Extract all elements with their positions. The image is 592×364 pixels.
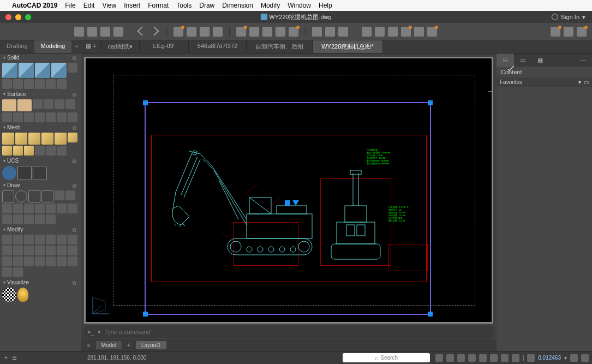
page-setup-icon[interactable]: [213, 27, 223, 37]
menu-edit[interactable]: Edit: [83, 2, 95, 9]
mod-14[interactable]: [68, 246, 77, 255]
mode-modeling[interactable]: Modeling: [34, 40, 72, 53]
mesh-sm-3[interactable]: [13, 146, 23, 156]
grip-tr[interactable]: [428, 100, 433, 105]
new-icon[interactable]: [74, 27, 84, 37]
ortho-toggle[interactable]: [457, 354, 465, 362]
solid-tool-e[interactable]: [35, 79, 45, 89]
surf-sm-10[interactable]: [57, 112, 67, 122]
doc-tab-2[interactable]: 自卸汽车侧、后图: [247, 40, 313, 53]
minimize-window-button[interactable]: [15, 14, 21, 20]
gear-icon[interactable]: [72, 158, 77, 164]
tool-palette-icon[interactable]: [388, 27, 398, 37]
solid-tool-g[interactable]: [57, 79, 67, 89]
surf-sm-9[interactable]: [46, 112, 56, 122]
open-icon[interactable]: [87, 27, 97, 37]
selection-rectangle[interactable]: [145, 102, 431, 315]
status-plus-icon[interactable]: +: [4, 355, 8, 361]
design-center-icon[interactable]: [375, 27, 385, 37]
mesh-cyl-tool[interactable]: [28, 133, 40, 145]
paste-icon[interactable]: [262, 27, 272, 37]
model-viewport[interactable]: 技术参数表 整机工作重量 22000kg 铲斗容量 1.0m³ 发动机功率 11…: [84, 57, 493, 324]
mod-7[interactable]: [68, 235, 77, 244]
draw-sm-13[interactable]: [35, 214, 45, 224]
mesh-cone-tool[interactable]: [41, 133, 53, 145]
chevron-icon[interactable]: ▾: [98, 329, 101, 336]
draw-sm-12[interactable]: [24, 214, 34, 224]
box-tool[interactable]: [2, 63, 17, 78]
mesh-torus-tool[interactable]: [55, 133, 67, 145]
mod-2[interactable]: [13, 235, 23, 244]
menu-file[interactable]: File: [65, 2, 75, 9]
mesh-sm-4[interactable]: [24, 146, 34, 156]
properties-icon[interactable]: [362, 27, 372, 37]
scale-dropdown-icon[interactable]: ▾: [564, 355, 567, 361]
reference-icon[interactable]: [414, 27, 424, 37]
draw-sm-14[interactable]: [46, 214, 56, 224]
grip-br[interactable]: [428, 312, 433, 317]
mod-11[interactable]: [35, 246, 45, 255]
gear-icon[interactable]: [72, 183, 77, 188]
menu-window[interactable]: Window: [288, 2, 311, 9]
layer-dropdown-icon[interactable]: ▦ +: [81, 40, 101, 53]
mod-10[interactable]: [24, 246, 34, 255]
mod-12[interactable]: [46, 246, 56, 255]
mod-3[interactable]: [24, 235, 34, 244]
surf-sm-11[interactable]: [68, 112, 77, 122]
mode-drafting[interactable]: Drafting: [0, 40, 34, 53]
mesh-sphere-tool[interactable]: [15, 133, 27, 145]
layout-options-icon[interactable]: ≡: [84, 341, 94, 349]
draw-sm-11[interactable]: [13, 214, 23, 224]
right-tool3-icon[interactable]: [577, 27, 587, 37]
redo-icon[interactable]: [150, 27, 160, 37]
mod-4[interactable]: [35, 235, 45, 244]
rect-tool[interactable]: [28, 190, 40, 202]
ucs-world-tool[interactable]: [2, 166, 16, 180]
status-menu-icon[interactable]: ☰: [12, 355, 17, 361]
section-draw[interactable]: Draw: [0, 181, 81, 189]
sweep-tool[interactable]: [35, 63, 50, 78]
content-tab-icon[interactable]: ☷: [497, 53, 514, 67]
mesh-sm-5[interactable]: [35, 146, 45, 156]
add-layout-icon[interactable]: +: [124, 341, 134, 349]
arc-tool[interactable]: [41, 190, 53, 202]
pan-icon[interactable]: [325, 27, 335, 37]
copy-icon[interactable]: [249, 27, 259, 37]
markup-icon[interactable]: [427, 27, 437, 37]
mod-5[interactable]: [46, 235, 56, 244]
grip-bl[interactable]: [143, 312, 148, 317]
match-icon[interactable]: [276, 27, 285, 37]
close-window-button[interactable]: [5, 14, 11, 20]
mod-17[interactable]: [24, 256, 34, 266]
mod-8[interactable]: [2, 246, 12, 255]
menu-modify[interactable]: Modify: [261, 2, 280, 9]
surf-sm-7[interactable]: [24, 112, 34, 122]
surf-sm-1[interactable]: [33, 99, 43, 109]
favorites-dropdown[interactable]: Favorites▾▭: [497, 77, 592, 87]
doc-tab-3[interactable]: WY220挖掘机总图*: [313, 40, 382, 53]
surface-tool-b[interactable]: [17, 99, 32, 111]
mesh-sm-6[interactable]: [46, 146, 56, 156]
section-visualize[interactable]: Visualize: [0, 278, 81, 287]
section-solid[interactable]: Solid: [0, 53, 81, 62]
mod-18[interactable]: [35, 256, 45, 266]
solid-tool-a[interactable]: [68, 63, 77, 73]
save-icon[interactable]: [100, 27, 110, 37]
annotation-scale[interactable]: 0.012463: [538, 355, 561, 361]
mod-13[interactable]: [57, 246, 67, 255]
surf-sm-4[interactable]: [65, 99, 75, 109]
section-modify[interactable]: Modify: [0, 225, 81, 234]
right-tool2-icon[interactable]: [564, 27, 573, 37]
undo-icon[interactable]: [137, 27, 147, 37]
mesh-sm-2[interactable]: [2, 146, 12, 156]
draw-sm-7[interactable]: [46, 204, 56, 213]
surf-sm-6[interactable]: [13, 112, 23, 122]
ucs-3-tool[interactable]: [33, 166, 47, 180]
draw-sm-9[interactable]: [68, 204, 77, 213]
mod-9[interactable]: [13, 246, 23, 255]
solid-tool-b[interactable]: [2, 79, 12, 89]
mod-15[interactable]: [2, 256, 12, 266]
help-search-input[interactable]: Search: [343, 353, 430, 362]
orbit-icon[interactable]: [338, 27, 348, 37]
grip-tl[interactable]: [143, 100, 148, 105]
